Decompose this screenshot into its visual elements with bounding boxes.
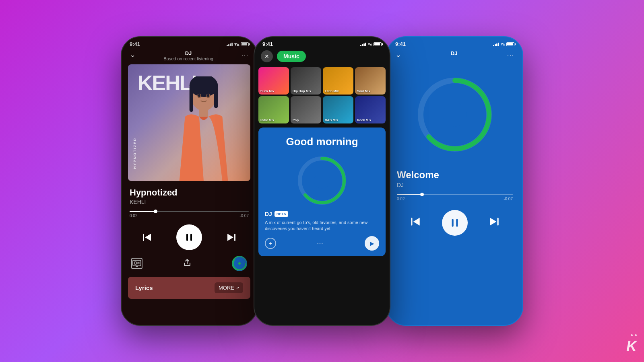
music-pill[interactable]: Music [277,51,306,62]
album-art: KEHLI HYPNOTIZED [128,64,250,181]
expand-icon: ↗ [236,286,239,290]
svg-rect-30 [456,219,458,227]
status-icons-left: ▾▴ [227,41,249,47]
close-button-center[interactable]: ✕ [261,50,273,62]
blue-controls [387,204,522,242]
genre-label-hiphop: Hip Hop Mix [293,89,311,93]
progress-fill-left [130,211,156,212]
beta-badge: BETA [275,211,288,217]
dj-more-options-button[interactable]: ⋯ [317,239,324,247]
wifi-icon-right: ▿▵ [501,42,505,46]
phone-right: 9:41 ▿▵ ⌄ DJ ⋯ Wel [386,36,523,326]
player-header-left: ⌄ DJ Based on recent listening ⋯ [122,49,257,64]
add-to-library-button[interactable]: + [265,238,276,249]
player-controls-left [122,220,257,254]
share-icon[interactable] [183,258,192,269]
dj-badge-label: DJ [265,211,272,217]
lyrics-bar[interactable]: Lyrics MORE ↗ [128,277,250,299]
svg-rect-31 [497,218,498,225]
genre-grid: Funk Mix Hip Hop Mix Latin Mix Soul Mix … [254,66,390,125]
watermark-area: K [626,334,637,355]
player-extras-left [122,254,257,275]
dj-card-content: Good morning [258,128,386,207]
progress-track-left[interactable] [130,211,249,212]
dj-card-footer: DJ BETA A mix of current go-to's, old fa… [258,207,386,256]
chevron-down-icon-right[interactable]: ⌄ [395,50,401,59]
genre-tile-rock[interactable]: Rock Mix [355,96,386,123]
svg-point-6 [198,94,200,97]
wifi-icon-left: ▾▴ [234,41,239,47]
song-title-left: Hypnotized [130,187,249,198]
blue-progress-current: 0:02 [397,197,405,201]
svg-rect-8 [199,109,208,117]
signal-bars-center [360,42,366,46]
svg-rect-11 [190,234,192,241]
svg-rect-14 [134,262,136,264]
next-button-right[interactable] [488,216,500,230]
phone-center: 9:41 ▿▵ ✕ Music Funk Mix Hip Hop Mix [254,36,390,326]
genre-label-pop: Pop [293,118,299,122]
svg-rect-13 [133,260,141,266]
blue-progress-times: 0:02 -0:07 [397,197,513,201]
song-artist-left: KEHLI [130,199,249,205]
blue-progress-fill [397,194,422,195]
status-bar-right: 9:41 ▿▵ [387,37,522,49]
svg-rect-28 [411,218,413,225]
svg-point-19 [238,262,241,265]
blue-progress-track[interactable] [397,194,513,195]
battery-center [374,42,382,46]
genre-tile-soul[interactable]: Soul Mix [355,67,386,95]
watermark-dots-row [626,334,637,336]
pause-button-right[interactable] [442,210,468,236]
dj-header-bar: ✕ Music [254,49,390,66]
svg-point-15 [138,262,139,264]
album-side-text: HYPNOTIZED [133,138,137,169]
dj-label-right: DJ [451,50,458,56]
song-info-left: Hypnotized KEHLI [122,181,257,208]
prev-button-right[interactable] [409,216,421,230]
svg-rect-29 [452,219,453,227]
blue-progress-container[interactable]: 0:02 -0:07 [387,191,522,204]
genre-tile-indie[interactable]: Indie Mix [258,96,289,123]
lyrics-label: Lyrics [135,284,153,291]
blue-song-artist: DJ [397,182,513,188]
dj-actions: + ⋯ ▶ [265,236,379,251]
blue-progress-total: -0:07 [504,197,513,201]
genre-tile-rnb[interactable]: R&B Mix [323,96,353,123]
progress-current-left: 0:02 [130,214,137,218]
next-button-left[interactable] [226,232,237,243]
more-options-icon-right[interactable]: ⋯ [507,50,514,59]
genre-tile-pop[interactable]: Pop [291,96,321,123]
status-bar-left: 9:41 ▾▴ [122,37,257,49]
phones-container: 9:41 ▾▴ ⌄ DJ Based on recent listening ⋯… [121,36,523,326]
dj-card: Good morning DJ BETA A mix of current go… [258,128,386,256]
chevron-down-icon[interactable]: ⌄ [130,50,136,59]
phone-left: 9:41 ▾▴ ⌄ DJ Based on recent listening ⋯… [121,36,258,326]
dj-badge-row: DJ BETA [265,211,379,217]
genre-tile-latin[interactable]: Latin Mix [323,67,353,95]
wifi-icon-center: ▿▵ [368,42,372,46]
more-button[interactable]: MORE ↗ [215,282,243,293]
genre-label-funk: Funk Mix [260,89,275,93]
more-options-icon[interactable]: ⋯ [241,50,249,59]
dj-label-left: DJ [163,50,213,56]
dj-play-button[interactable]: ▶ [365,236,379,251]
blue-song-info: Welcome DJ [387,163,522,191]
pause-button-left[interactable] [176,224,202,250]
album-person-art [167,76,240,181]
status-icons-center: ▿▵ [360,42,382,46]
progress-bar-container-left[interactable]: 0:02 -0:07 [122,208,257,220]
genre-tile-hiphop[interactable]: Hip Hop Mix [291,67,321,95]
prev-button-left[interactable] [141,232,153,243]
genre-label-rock: Rock Mix [357,118,371,122]
svg-rect-3 [214,86,218,108]
genre-tile-funk[interactable]: Funk Mix [258,67,289,95]
svg-point-23 [314,173,330,189]
genre-label-indie: Indie Mix [260,118,274,122]
player-header-center: DJ Based on recent listening [163,50,213,61]
dj-circle-button[interactable] [232,256,247,271]
status-time-right: 9:41 [395,41,406,47]
svg-rect-2 [190,86,193,112]
connect-device-icon[interactable] [131,258,142,269]
svg-point-27 [443,103,467,127]
